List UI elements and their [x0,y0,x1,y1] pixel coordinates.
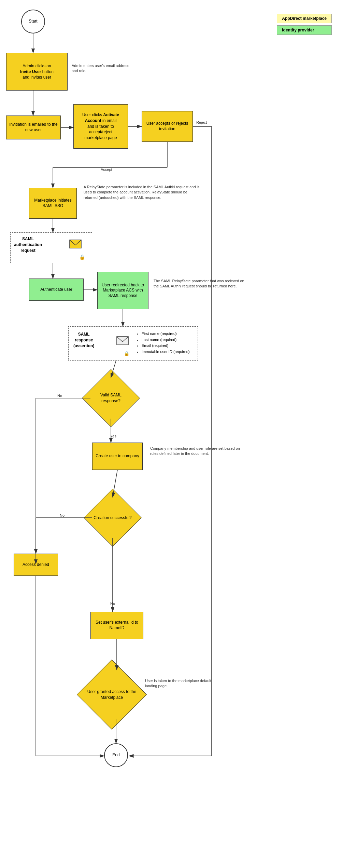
user-accepts-rejects-text: User accepts or rejects invitation [144,121,190,132]
set-external-id-text: Set user's external id to NameID [93,620,141,630]
start-node: Start [21,10,45,33]
authenticate-user-box: Authenticate user [29,279,84,301]
user-redirected-text: User redirected back to Marketplace ACS … [100,283,146,299]
authenticate-user-text: Authenticate user [40,287,72,293]
saml-response-box: SAMLresponse(assertion) 🔒 First name (re… [68,326,198,361]
valid-saml-text: Valid SAML response? [90,392,131,404]
req-lastname: Last name (required) [142,337,190,343]
invitation-emailed-text: Invitiation is emailed to the new user [9,122,58,133]
set-external-id-box: Set user's external id to NameID [90,612,143,639]
user-clicks-activate-box: User clicks ActivateAccount in emailand … [73,104,128,149]
no-label-2: No [60,513,65,517]
invitation-emailed-box: Invitiation is emailed to the new user [6,116,61,139]
redirected-note-text: The SAML RelayState parameter that was r… [154,279,244,288]
saml-requirements-list: First name (required) Last name (require… [137,331,190,355]
saml-auth-request-text: SAMLauthenticationrequest [14,236,42,253]
legend: AppDirect marketplace Identity provider [277,14,332,35]
email-icon-1 [69,240,82,248]
start-label: Start [29,19,37,24]
creation-successful-diamond: Creation successful? [92,497,133,538]
marketplace-saml-text: Marketplace initiates SAML SSO [31,198,74,208]
creation-successful-text: Creation successful? [94,515,131,521]
saml-response-label: SAMLresponse(assertion) [73,331,94,349]
flowchart-container: AppDirect marketplace Identity provider … [0,0,342,868]
saml-relay-note: A RelayState parameter is included in th… [84,185,200,200]
access-denied-text: Access denied [23,562,49,568]
user-clicks-activate-text: User clicks ActivateAccount in emailand … [82,112,119,141]
create-user-text: Create user in company [96,453,139,459]
legend-appdirect: AppDirect marketplace [277,14,332,23]
email-icon-2 [116,336,129,345]
marketplace-saml-box: Marketplace initiates SAML SSO [29,188,77,219]
saml-auth-request-box: SAMLauthenticationrequest 🔒 [10,232,92,263]
req-email: Email (required) [142,343,190,349]
create-user-note-text: Company membership and user role are set… [150,446,240,456]
end-node: End [104,743,128,767]
saml-relay-text: A RelayState parameter is included in th… [84,185,200,200]
valid-saml-diamond: Valid SAML response? [90,378,131,419]
user-granted-text: User granted access to the Marketplace [87,689,137,701]
lock-icon-1: 🔒 [79,254,85,260]
granted-note: User is taken to the marketplace default… [145,678,220,689]
no-label-1: No [57,394,62,398]
user-accepts-rejects-box: User accepts or rejects invitation [142,111,193,142]
user-granted-diamond: User granted access to the Marketplace [87,670,137,719]
end-label: End [112,752,119,758]
admin-invite-note: Admin enters user's email address and ro… [72,63,133,74]
user-redirected-box: User redirected back to Marketplace ACS … [97,272,148,309]
no-label-3: No [110,601,115,606]
access-denied-box: Access denied [14,554,58,576]
legend-idp: Identity provider [277,25,332,35]
admin-invite-text: Admin clicks onInvite User buttonand inv… [20,63,54,80]
yes-label: Yes [110,434,116,438]
create-user-note: Company membership and user role are set… [150,446,246,457]
accept-label: Accept [101,167,112,172]
create-user-box: Create user in company [92,443,143,470]
reject-label: Reject [196,120,207,124]
redirected-note: The SAML RelayState parameter that was r… [154,279,249,289]
lock-icon-2: 🔒 [124,351,129,357]
req-firstname: First name (required) [142,331,190,337]
admin-invite-box: Admin clicks onInvite User buttonand inv… [6,53,68,91]
admin-invite-note-text: Admin enters user's email address and ro… [72,64,129,73]
granted-note-text: User is taken to the marketplace default… [145,679,211,688]
req-userid: Immutable user ID (required) [142,349,190,355]
